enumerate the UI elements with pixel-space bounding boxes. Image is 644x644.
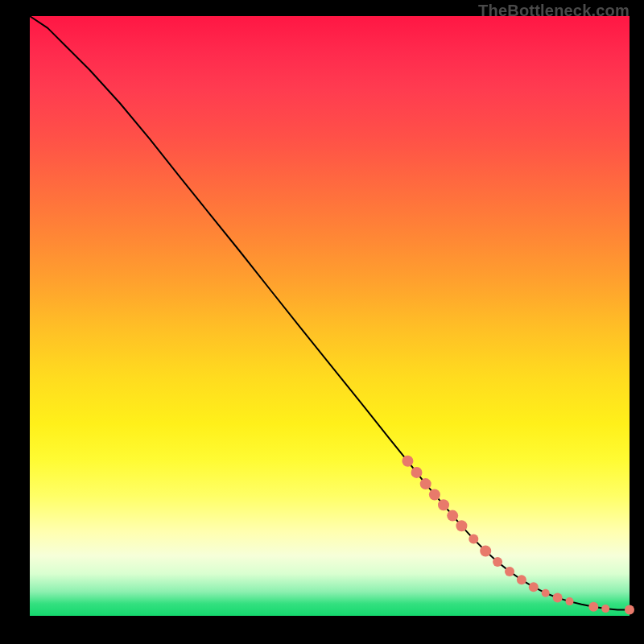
marker-point: [505, 567, 514, 576]
marker-point: [429, 489, 440, 501]
curve-line: [30, 16, 630, 610]
marker-point: [601, 605, 609, 613]
marker-point: [588, 602, 598, 612]
marker-point: [493, 557, 502, 567]
marker-point: [420, 478, 431, 489]
marker-point: [625, 605, 634, 615]
marker-point: [402, 456, 413, 467]
marker-point: [542, 589, 550, 597]
markers-group: [402, 456, 634, 615]
marker-point: [447, 510, 458, 522]
marker-point: [529, 582, 539, 592]
marker-point: [517, 575, 526, 584]
marker-point: [480, 546, 491, 557]
marker-point: [553, 593, 563, 603]
marker-point: [456, 520, 467, 531]
marker-point: [438, 499, 449, 510]
marker-point: [566, 597, 574, 605]
chart-svg: [30, 16, 630, 616]
marker-point: [469, 535, 478, 544]
marker-point: [411, 467, 423, 478]
chart-stage: TheBottleneck.com: [0, 0, 644, 644]
plot-area: [30, 16, 630, 616]
